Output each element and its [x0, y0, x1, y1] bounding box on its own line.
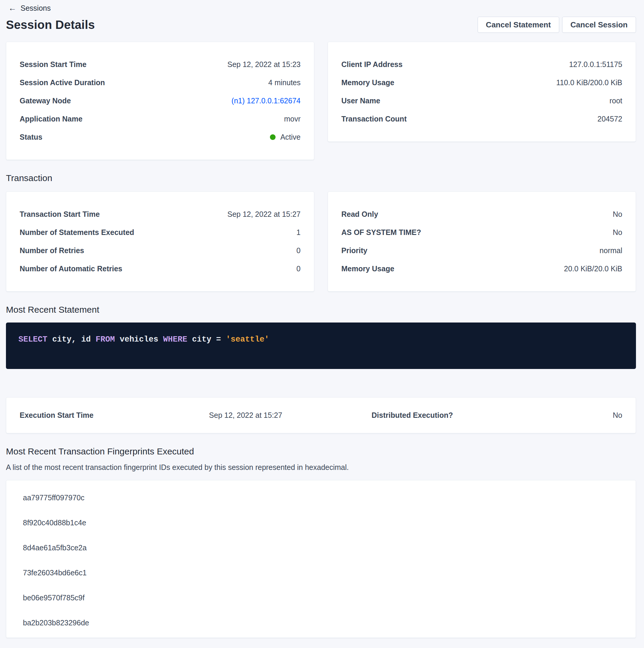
fingerprints-heading: Most Recent Transaction Fingerprints Exe… [6, 446, 636, 456]
transaction-card-right: Read Only No AS OF SYSTEM TIME? No Prior… [328, 192, 636, 291]
transaction-count-label: Transaction Count [341, 115, 407, 123]
application-name-value: movr [284, 115, 301, 123]
gateway-node-row: Gateway Node (n1) 127.0.0.1:62674 [20, 92, 301, 110]
sql-keyword: FROM [96, 335, 115, 344]
distributed-execution-value: No [613, 411, 622, 420]
client-ip-label: Client IP Address [341, 60, 403, 69]
fingerprints-card: aa79775ff097970c 8f920c40d88b1c4e 8d4ae6… [6, 480, 636, 638]
session-active-duration-value: 4 minutes [269, 78, 301, 87]
fingerprint-list-item: be06e9570f785c9f [6, 585, 636, 610]
transaction-memory-usage-label: Memory Usage [341, 264, 394, 273]
transaction-start-time-label: Transaction Start Time [20, 210, 100, 219]
statements-executed-value: 1 [296, 228, 301, 237]
sql-string-literal: 'seattle' [226, 335, 269, 344]
session-summary-card-right: Client IP Address 127.0.0.1:51175 Memory… [328, 42, 636, 142]
fingerprints-description: A list of the most recent transaction fi… [6, 463, 636, 472]
session-active-duration-label: Session Active Duration [20, 78, 105, 87]
priority-label: Priority [341, 246, 367, 255]
session-summary-row: Session Start Time Sep 12, 2022 at 15:23… [6, 42, 636, 160]
transaction-memory-usage-value: 20.0 KiB/20.0 KiB [564, 264, 622, 273]
distributed-execution-label: Distributed Execution? [321, 411, 472, 420]
fingerprint-list-item: aa79775ff097970c [6, 485, 636, 510]
transaction-count-row: Transaction Count 204572 [341, 110, 622, 128]
transaction-card-left: Transaction Start Time Sep 12, 2022 at 1… [6, 192, 314, 291]
user-name-row: User Name root [341, 92, 622, 110]
session-start-time-row: Session Start Time Sep 12, 2022 at 15:23 [20, 55, 301, 73]
session-summary-card-left: Session Start Time Sep 12, 2022 at 15:23… [6, 42, 314, 160]
statements-executed-label: Number of Statements Executed [20, 228, 134, 237]
as-of-system-time-value: No [613, 228, 622, 237]
memory-usage-label: Memory Usage [341, 78, 394, 87]
application-name-label: Application Name [20, 115, 82, 123]
cancel-session-button[interactable]: Cancel Session [562, 17, 636, 33]
sql-text: city, id [47, 335, 96, 344]
user-name-value: root [609, 97, 622, 105]
status-active-dot-icon [270, 134, 276, 140]
sql-keyword: WHERE [163, 335, 187, 344]
status-row: Status Active [20, 128, 301, 146]
transaction-start-time-value: Sep 12, 2022 at 15:27 [227, 210, 301, 219]
back-link-label: Sessions [20, 4, 51, 12]
read-only-label: Read Only [341, 210, 378, 219]
read-only-row: Read Only No [341, 205, 622, 223]
retries-row: Number of Retries 0 [20, 241, 301, 260]
fingerprint-list-item: 8f920c40d88b1c4e [6, 510, 636, 535]
status-label: Status [20, 133, 42, 142]
application-name-row: Application Name movr [20, 110, 301, 128]
gateway-node-link[interactable]: (n1) 127.0.0.1:62674 [232, 97, 301, 105]
cancel-statement-button[interactable]: Cancel Statement [478, 17, 559, 33]
back-arrow-icon: ← [8, 4, 16, 12]
session-active-duration-row: Session Active Duration 4 minutes [20, 73, 301, 92]
header-actions: Cancel Statement Cancel Session [478, 17, 636, 33]
back-to-sessions-link[interactable]: ← Sessions [6, 3, 51, 13]
automatic-retries-value: 0 [296, 264, 301, 273]
sql-keyword: SELECT [18, 335, 47, 344]
session-details-page: ← Sessions Session Details Cancel Statem… [0, 0, 644, 638]
transaction-count-value: 204572 [598, 115, 622, 123]
retries-label: Number of Retries [20, 246, 84, 255]
fingerprint-list-item: 73fe26034bd6e6c1 [6, 560, 636, 585]
transaction-memory-usage-row: Memory Usage 20.0 KiB/20.0 KiB [341, 260, 622, 278]
priority-value: normal [600, 246, 622, 255]
automatic-retries-row: Number of Automatic Retries 0 [20, 260, 301, 278]
sql-text: city = [187, 335, 226, 344]
page-header: Session Details Cancel Statement Cancel … [6, 17, 636, 33]
memory-usage-row: Memory Usage 110.0 KiB/200.0 KiB [341, 73, 622, 92]
as-of-system-time-label: AS OF SYSTEM TIME? [341, 228, 421, 237]
session-start-time-label: Session Start Time [20, 60, 86, 69]
sql-text: vehicles [115, 335, 163, 344]
fingerprint-list-item: 8d4ae61a5fb3ce2a [6, 535, 636, 560]
status-value: Active [270, 133, 301, 142]
execution-summary-card: Execution Start Time Sep 12, 2022 at 15:… [6, 397, 636, 433]
status-badge: Active [280, 133, 301, 142]
transaction-heading: Transaction [6, 173, 636, 183]
execution-start-time-value: Sep 12, 2022 at 15:27 [209, 411, 282, 420]
client-ip-row: Client IP Address 127.0.0.1:51175 [341, 55, 622, 73]
session-start-time-value: Sep 12, 2022 at 15:23 [227, 60, 301, 69]
gateway-node-label: Gateway Node [20, 97, 71, 105]
transaction-start-time-row: Transaction Start Time Sep 12, 2022 at 1… [20, 205, 301, 223]
read-only-value: No [613, 210, 622, 219]
execution-start-time-label: Execution Start Time [20, 411, 170, 420]
user-name-label: User Name [341, 97, 380, 105]
retries-value: 0 [296, 246, 301, 255]
automatic-retries-label: Number of Automatic Retries [20, 264, 122, 273]
fingerprint-list-item: ba2b203b823296de [6, 610, 636, 635]
priority-row: Priority normal [341, 241, 622, 260]
page-title: Session Details [6, 18, 95, 32]
transaction-row: Transaction Start Time Sep 12, 2022 at 1… [6, 192, 636, 291]
most-recent-statement-heading: Most Recent Statement [6, 305, 636, 315]
sql-statement-box: SELECT city, id FROM vehicles WHERE city… [6, 323, 636, 369]
as-of-system-time-row: AS OF SYSTEM TIME? No [341, 223, 622, 241]
client-ip-value: 127.0.0.1:51175 [569, 60, 622, 69]
statements-executed-row: Number of Statements Executed 1 [20, 223, 301, 241]
memory-usage-value: 110.0 KiB/200.0 KiB [556, 78, 622, 87]
